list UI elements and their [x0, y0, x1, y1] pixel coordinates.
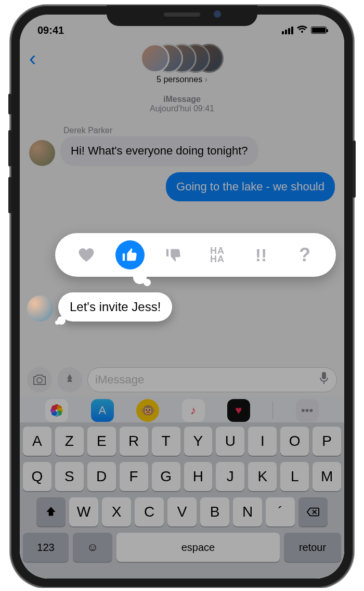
- key-b[interactable]: B: [200, 497, 229, 526]
- key-f[interactable]: F: [120, 462, 148, 491]
- music-app-icon[interactable]: ♪: [182, 399, 205, 422]
- app-store-button[interactable]: [57, 367, 82, 392]
- tapback-popup: HAHA !! ? Let's invite Jess!: [55, 233, 336, 322]
- tapback-bar: HAHA !! ?: [55, 233, 336, 277]
- sender-name: Derek Parker: [63, 126, 335, 135]
- more-apps-icon[interactable]: •••: [296, 399, 319, 422]
- conversation-header: ‹ 5 personnes ›: [20, 41, 344, 89]
- screen: 09:41 ‹ 5 personnes ›: [20, 15, 344, 579]
- cellular-signal-icon: [282, 27, 293, 34]
- group-count-label: 5 personnes: [157, 75, 202, 84]
- key-´[interactable]: ´: [266, 497, 295, 526]
- app-strip-separator: [272, 402, 273, 419]
- key-s[interactable]: S: [55, 462, 84, 491]
- return-key[interactable]: retour: [284, 533, 341, 562]
- key-a[interactable]: A: [23, 427, 51, 456]
- tapback-question[interactable]: ?: [290, 240, 319, 269]
- avatar: [29, 140, 55, 166]
- key-d[interactable]: D: [87, 462, 116, 491]
- device-notch: [107, 5, 257, 26]
- key-q[interactable]: Q: [23, 462, 51, 491]
- key-t[interactable]: T: [152, 427, 180, 456]
- wifi-icon: [296, 24, 308, 36]
- compose-bar: iMessage: [20, 363, 344, 396]
- key-m[interactable]: M: [313, 462, 341, 491]
- group-title[interactable]: 5 personnes ›: [20, 75, 344, 84]
- message-text: Let's invite Jess!: [70, 300, 161, 314]
- tapback-target-bubble[interactable]: Let's invite Jess!: [58, 292, 172, 322]
- shift-key[interactable]: [36, 497, 66, 526]
- group-avatar-stack[interactable]: [20, 44, 344, 73]
- key-y[interactable]: Y: [184, 427, 213, 456]
- key-h[interactable]: H: [184, 462, 213, 491]
- key-e[interactable]: E: [87, 427, 116, 456]
- memoji-app-icon[interactable]: 🐵: [136, 399, 159, 422]
- key-l[interactable]: L: [280, 462, 309, 491]
- key-o[interactable]: O: [280, 427, 309, 456]
- message-row-incoming[interactable]: Hi! What's everyone doing tonight?: [29, 136, 335, 166]
- keyboard: AZERTYUIOP QSDFGHJKLM WXCVBN´ 123 ☺ espa…: [20, 422, 344, 579]
- key-g[interactable]: G: [152, 462, 180, 491]
- camera-button[interactable]: [27, 367, 52, 392]
- phone-frame: 09:41 ‹ 5 personnes ›: [10, 5, 354, 588]
- avatar: [27, 295, 53, 322]
- app-strip: A 🐵 ♪ ♥ •••: [20, 396, 344, 425]
- message-input[interactable]: iMessage: [87, 367, 337, 392]
- chevron-right-icon: ›: [205, 75, 207, 84]
- back-button[interactable]: ‹: [29, 47, 36, 70]
- app-store-app-icon[interactable]: A: [91, 399, 114, 422]
- emoji-key[interactable]: ☺: [73, 533, 112, 562]
- tapback-thumbs-down[interactable]: [159, 240, 188, 269]
- photos-app-icon[interactable]: [45, 399, 68, 422]
- status-time: 09:41: [37, 24, 64, 36]
- key-k[interactable]: K: [248, 462, 277, 491]
- space-key[interactable]: espace: [116, 533, 280, 562]
- key-x[interactable]: X: [102, 497, 131, 526]
- key-w[interactable]: W: [69, 497, 98, 526]
- battery-icon: [311, 27, 327, 34]
- numbers-key[interactable]: 123: [23, 533, 69, 562]
- input-placeholder: iMessage: [95, 373, 144, 387]
- key-n[interactable]: N: [233, 497, 262, 526]
- backspace-key[interactable]: [298, 497, 328, 526]
- svg-rect-0: [322, 372, 326, 379]
- message-bubble[interactable]: Going to the lake - we should: [166, 172, 335, 202]
- key-j[interactable]: J: [216, 462, 244, 491]
- key-i[interactable]: I: [248, 427, 277, 456]
- tapback-thumbs-up[interactable]: [115, 240, 145, 269]
- service-label: iMessage: [20, 95, 344, 104]
- key-p[interactable]: P: [313, 427, 341, 456]
- key-z[interactable]: Z: [55, 427, 84, 456]
- svg-point-8: [51, 405, 57, 410]
- key-v[interactable]: V: [167, 497, 197, 526]
- dictation-icon[interactable]: [319, 371, 329, 388]
- tapback-exclaim[interactable]: !!: [246, 240, 276, 269]
- key-c[interactable]: C: [135, 497, 164, 526]
- tapback-haha[interactable]: HAHA: [203, 240, 232, 269]
- thread-timestamp: iMessage Aujourd'hui 09:41: [20, 95, 344, 113]
- timestamp-label: Aujourd'hui 09:41: [20, 104, 344, 113]
- message-row-outgoing[interactable]: Going to the lake - we should: [29, 172, 335, 202]
- key-r[interactable]: R: [120, 427, 148, 456]
- key-u[interactable]: U: [216, 427, 244, 456]
- digital-touch-app-icon[interactable]: ♥: [227, 399, 250, 422]
- message-bubble[interactable]: Hi! What's everyone doing tonight?: [60, 136, 258, 166]
- tapback-heart[interactable]: [72, 240, 101, 269]
